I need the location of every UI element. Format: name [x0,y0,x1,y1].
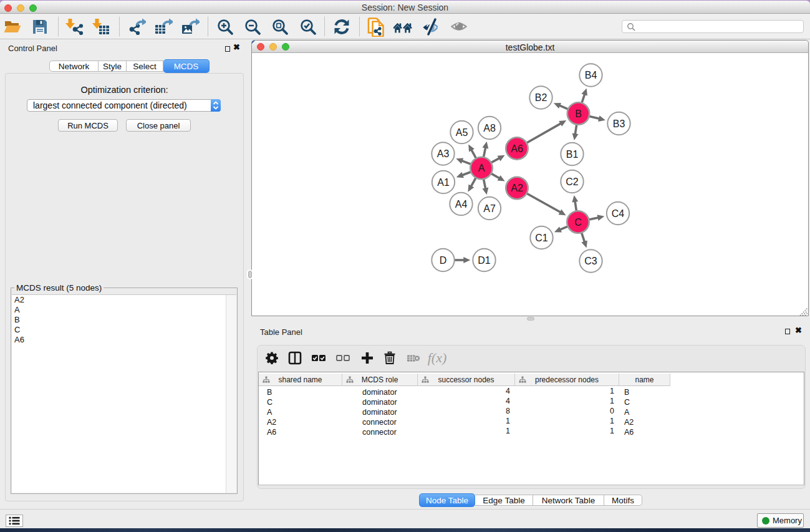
svg-text:D1: D1 [478,255,491,266]
svg-text:A7: A7 [483,203,496,214]
svg-text:D: D [440,255,447,266]
svg-text:A1: A1 [437,177,450,188]
svg-text:A3: A3 [437,148,450,159]
svg-text:A6: A6 [511,143,523,154]
svg-text:C1: C1 [535,233,548,243]
svg-text:B1: B1 [566,149,579,160]
svg-text:C3: C3 [584,256,597,266]
svg-text:B2: B2 [535,92,547,103]
svg-text:B: B [575,109,582,119]
svg-text:A4: A4 [455,199,468,210]
svg-text:C2: C2 [566,177,579,187]
svg-text:C: C [574,217,582,228]
svg-text:A8: A8 [483,123,496,133]
svg-text:A2: A2 [511,183,523,193]
svg-text:C4: C4 [612,208,625,219]
svg-text:A: A [478,163,485,173]
svg-text:A5: A5 [456,127,468,138]
svg-text:B4: B4 [585,70,597,80]
svg-text:B3: B3 [613,118,625,129]
